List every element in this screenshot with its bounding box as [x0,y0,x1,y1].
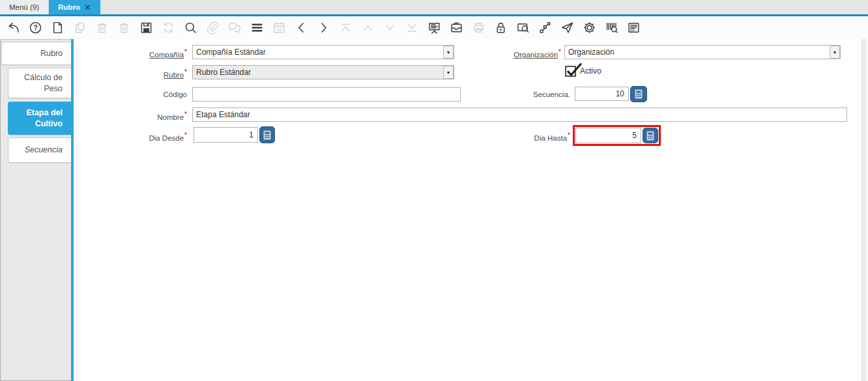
scrollbar-track[interactable] [861,39,867,381]
required-marker: * [558,48,561,55]
calendar-icon[interactable]: 31 [272,21,286,35]
chevron-down-icon[interactable]: ▼ [443,66,454,79]
application-window: Menú (9) Rubro ✕ ? 31 [0,0,868,381]
chat-icon[interactable] [228,21,242,35]
calculator-button[interactable] [643,128,658,143]
copy-record-icon[interactable] [73,21,87,35]
svg-text:?: ? [33,23,38,31]
required-marker: * [184,48,187,55]
parent-record-icon[interactable] [361,21,375,35]
organizacion-input[interactable] [564,45,841,59]
tab-rubro[interactable]: Rubro ✕ [49,0,100,14]
attachment-icon[interactable] [206,21,220,35]
dia-desde-input[interactable] [194,127,258,143]
dia-hasta-highlight-box [573,125,661,146]
help-icon[interactable]: ? [29,21,42,35]
calculator-button[interactable] [630,86,647,102]
sidebar-tab-rubro-label: Rubro [40,48,63,59]
secuencia-label: Secuencia. [466,87,570,102]
dia-desde-label: Dia Desde* [85,128,187,146]
organizacion-label[interactable]: Organización* [457,45,561,62]
send-request-icon[interactable] [560,21,574,35]
calculator-button[interactable] [259,126,275,143]
dia-hasta-label: Dia Hasta* [466,128,570,146]
codigo-input[interactable] [192,87,461,102]
activo-label: Activo [580,66,601,77]
previous-record-icon[interactable] [295,21,308,35]
rubro-combobox: ▼ [192,65,454,79]
product-info-icon[interactable] [605,21,618,35]
rubro-input[interactable] [192,65,454,79]
codigo-label: Código [85,87,187,102]
close-icon[interactable]: ✕ [84,3,91,12]
chevron-down-icon[interactable]: ▼ [830,46,840,59]
compania-input[interactable] [192,45,454,59]
delete-record-icon[interactable] [95,21,109,35]
last-record-icon[interactable] [405,21,419,35]
sidebar-tab-etapa-del-cultivo[interactable]: Etapa del Cultivo [8,102,71,135]
required-marker: * [184,132,187,139]
activo-checkbox[interactable] [565,66,576,77]
compania-label[interactable]: Compañía* [85,45,187,62]
calculator-icon [263,130,271,140]
sidebar-tab-etapa-label: Etapa del Cultivo [8,107,63,130]
private-lock-icon[interactable] [494,21,508,35]
required-marker: * [184,68,187,76]
zoom-across-icon[interactable] [516,21,530,35]
print-icon[interactable] [472,21,485,35]
required-marker: * [184,111,187,118]
save-icon[interactable] [139,21,153,35]
sidebar-tab-secuencia-label: Secuencia [25,145,63,156]
report-icon[interactable] [427,21,441,35]
nombre-label: Nombre* [85,107,187,124]
archive-icon[interactable] [450,21,463,35]
required-marker: * [568,132,570,139]
ignore-changes-icon[interactable] [7,21,20,35]
window-tab-bar: Menú (9) Rubro ✕ [0,0,868,14]
toolbar: ? 31 [0,16,868,39]
new-record-icon[interactable] [51,21,65,35]
nombre-input[interactable] [192,107,847,122]
sidebar-tab-calculo-label: Cálculo de Peso [8,72,63,94]
workflow-icon[interactable] [538,21,552,35]
delete-selection-icon[interactable] [117,21,131,35]
refresh-icon[interactable] [162,21,175,35]
sidebar-tab-secuencia[interactable]: Secuencia [8,137,71,163]
secuencia-input[interactable] [575,87,629,101]
first-record-icon[interactable] [339,21,353,35]
find-icon[interactable] [184,21,197,35]
next-record-icon[interactable] [317,21,330,35]
chevron-down-icon[interactable]: ▼ [443,46,454,59]
tab-menu-label: Menú (9) [9,3,39,11]
svg-text:31: 31 [277,27,282,32]
sidebar-tab-rubro[interactable]: Rubro [1,42,71,65]
organizacion-combobox: ▼ [564,45,841,59]
rubro-label[interactable]: Rubro* [85,65,187,82]
tab-rubro-label: Rubro [58,3,80,11]
preferences-icon[interactable] [583,21,596,35]
detail-record-icon[interactable] [383,21,397,35]
toggle-grid-icon[interactable] [250,21,264,35]
compania-combobox: ▼ [192,45,454,59]
sidebar-tab-calculo-de-peso[interactable]: Cálculo de Peso [8,68,71,98]
dia-hasta-input[interactable] [575,128,641,143]
calculator-icon [646,131,654,141]
calculator-icon [635,89,643,99]
process-log-icon[interactable] [627,21,641,35]
tab-menu[interactable]: Menú (9) [0,0,49,14]
